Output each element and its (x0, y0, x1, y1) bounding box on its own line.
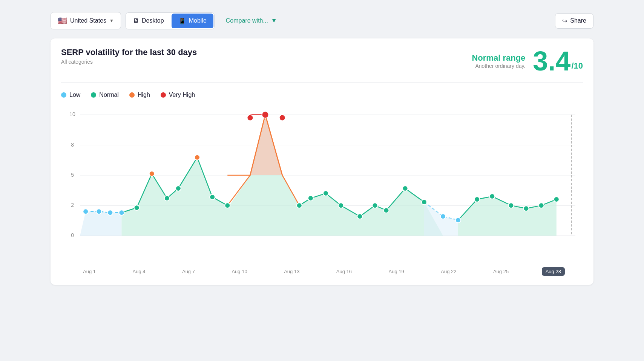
data-point (539, 203, 544, 208)
legend-normal: Normal (91, 92, 119, 98)
data-point (554, 197, 559, 202)
compare-label: Compare with... (226, 17, 268, 24)
data-point (262, 111, 269, 118)
chart-area: 10 8 5 2 0 (61, 106, 583, 264)
country-selector[interactable]: 🇺🇸 United States ▼ (51, 12, 121, 29)
flag-icon: 🇺🇸 (58, 16, 67, 25)
data-point (210, 194, 215, 200)
data-point (176, 186, 181, 191)
card-title: SERP volatility for the last 30 days (61, 47, 197, 57)
svg-marker-11 (80, 211, 121, 236)
data-point (164, 196, 170, 201)
data-point (338, 203, 343, 208)
x-label-aug16: Aug 16 (333, 267, 356, 276)
legend-high: High (129, 92, 150, 98)
data-point (357, 214, 362, 219)
data-point (96, 209, 101, 214)
data-point (247, 115, 253, 121)
score-label: Normal range Another ordinary day. (472, 53, 525, 69)
data-point (508, 203, 514, 208)
x-label-aug25: Aug 25 (489, 267, 512, 276)
high-dot (129, 92, 135, 98)
very-high-label: Very High (169, 92, 195, 98)
chevron-down-icon: ▼ (109, 18, 114, 23)
x-axis-labels: Aug 1 Aug 4 Aug 7 Aug 10 Aug 13 Aug 16 A… (61, 264, 583, 276)
data-point (297, 203, 302, 208)
chart-svg: 10 8 5 2 0 (61, 106, 583, 264)
x-label-aug4: Aug 4 (129, 267, 149, 276)
desktop-button[interactable]: 🖥 Desktop (126, 13, 171, 29)
compare-button[interactable]: Compare with... ▼ (219, 14, 284, 28)
x-label-aug1: Aug 1 (79, 267, 100, 276)
desktop-label: Desktop (142, 17, 164, 24)
card-header-left: SERP volatility for the last 30 days All… (61, 47, 197, 65)
x-label-aug19: Aug 19 (385, 267, 408, 276)
device-group: 🖥 Desktop 📱 Mobile (126, 12, 215, 29)
data-point (383, 208, 389, 213)
share-button[interactable]: ↪ Share (555, 13, 593, 29)
data-point (107, 210, 113, 215)
desktop-icon: 🖥 (133, 17, 139, 24)
data-point (119, 210, 124, 215)
chart-legend: Low Normal High Very High (61, 92, 583, 98)
x-label-aug28: Aug 28 (542, 267, 565, 276)
svg-text:5: 5 (71, 172, 74, 178)
very-high-dot (161, 92, 166, 98)
low-label: Low (69, 92, 80, 98)
toolbar: 🇺🇸 United States ▼ 🖥 Desktop 📱 Mobile Co… (51, 6, 593, 35)
data-point (372, 203, 377, 208)
data-point (403, 186, 408, 191)
data-point (279, 115, 285, 121)
x-label-aug10: Aug 10 (228, 267, 251, 276)
data-point (134, 205, 140, 210)
svg-marker-15 (424, 202, 458, 236)
mobile-icon: 📱 (178, 17, 186, 24)
svg-text:2: 2 (71, 202, 74, 208)
mobile-button[interactable]: 📱 Mobile (172, 14, 213, 28)
svg-text:0: 0 (71, 232, 74, 238)
range-subtitle: Another ordinary day. (472, 63, 525, 69)
data-point (489, 194, 495, 199)
chevron-compare-icon: ▼ (271, 17, 277, 24)
high-label: High (138, 92, 150, 98)
data-point (474, 197, 480, 202)
low-dot (61, 92, 66, 98)
svg-text:8: 8 (71, 142, 74, 148)
svg-text:10: 10 (69, 111, 75, 117)
x-label-aug22: Aug 22 (437, 267, 460, 276)
data-point (83, 209, 88, 214)
legend-low: Low (61, 92, 80, 98)
data-point (323, 191, 328, 196)
x-label-aug13: Aug 13 (280, 267, 303, 276)
normal-label: Normal (99, 92, 119, 98)
share-label: Share (570, 17, 586, 24)
data-point (225, 203, 230, 208)
x-label-aug7: Aug 7 (178, 267, 199, 276)
data-point (440, 214, 446, 219)
normal-dot (91, 92, 96, 98)
card-subtitle: All categories (61, 59, 197, 65)
data-point (149, 171, 155, 176)
legend-very-high: Very High (161, 92, 195, 98)
main-container: 🇺🇸 United States ▼ 🖥 Desktop 📱 Mobile Co… (51, 6, 593, 285)
mobile-label: Mobile (189, 17, 207, 24)
score-section: Normal range Another ordinary day. 3.4 /… (472, 47, 583, 75)
share-icon: ↪ (562, 17, 567, 24)
data-point (308, 196, 313, 201)
score-value: 3.4 (533, 47, 570, 75)
country-label: United States (70, 17, 106, 24)
data-point (195, 155, 200, 160)
volatility-card: SERP volatility for the last 30 days All… (51, 38, 593, 285)
card-header: SERP volatility for the last 30 days All… (61, 47, 583, 83)
data-point (455, 217, 461, 223)
data-point (524, 206, 529, 211)
score-display: 3.4 /10 (533, 47, 583, 75)
data-point (422, 199, 427, 205)
range-title: Normal range (472, 53, 525, 63)
score-unit: /10 (571, 61, 583, 71)
